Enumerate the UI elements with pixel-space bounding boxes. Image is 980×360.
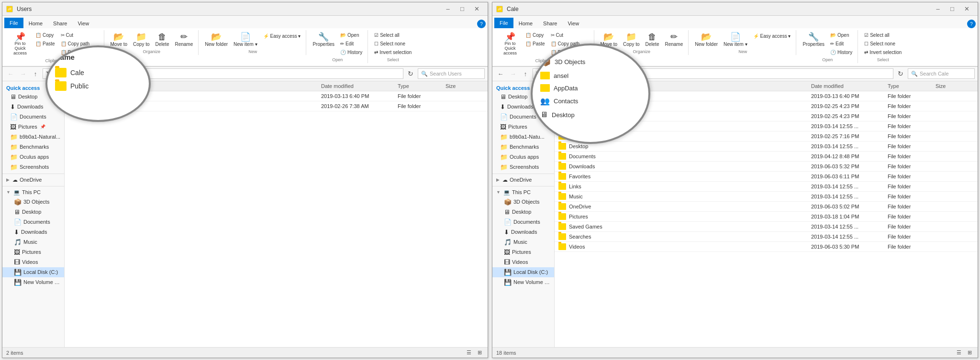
tab-view-left[interactable]: View: [72, 18, 94, 28]
sidebar-quick-access-left[interactable]: Quick access: [2, 83, 64, 92]
sidebar-screenshots-right[interactable]: 📁 Screenshots: [492, 162, 554, 172]
sidebar-newvol-right[interactable]: 💾 New Volume (D:): [492, 277, 554, 287]
help-button-right[interactable]: ?: [967, 20, 976, 28]
file-row-right-15[interactable]: Videos 2019-06-03 5:30 PM File folder: [555, 242, 978, 252]
history-button-right[interactable]: 🕐 History: [828, 48, 855, 56]
sidebar-docs2-left[interactable]: 📄 Documents: [2, 217, 64, 227]
maximize-button-left[interactable]: □: [455, 2, 469, 16]
rename-button-right[interactable]: ✏ Rename: [662, 31, 685, 48]
new-item-button-left[interactable]: 📄 New item ▾: [231, 31, 259, 48]
delete-button-right[interactable]: 🗑 Delete: [643, 31, 662, 48]
search-box-right[interactable]: 🔍 Search Cale: [908, 68, 975, 79]
pin-button-right[interactable]: 📌 Pin to Quick access: [498, 31, 522, 57]
sidebar-documents-right[interactable]: 📄 Documents: [492, 112, 554, 122]
tab-view-right[interactable]: View: [562, 18, 584, 28]
copy-path-button-right[interactable]: 📋 Copy path: [548, 40, 591, 48]
file-row-right-5[interactable]: Desktop 2019-03-14 12:55 ... File folder: [555, 142, 978, 152]
open-button-right[interactable]: 📂 Open: [828, 31, 855, 39]
open-button-left[interactable]: 📂 Open: [338, 31, 365, 39]
file-row-right-2[interactable]: ansel 2019-02-25 4:23 PM File folder: [555, 111, 978, 121]
tab-share-left[interactable]: Share: [48, 18, 72, 28]
select-all-button-left[interactable]: ☑ Select all: [372, 31, 414, 39]
tab-file-right[interactable]: File: [494, 18, 513, 28]
sidebar-this-pc-left[interactable]: ▼ 💻 This PC: [2, 188, 64, 197]
delete-button-left[interactable]: 🗑 Delete: [153, 31, 172, 48]
history-button-left[interactable]: 🕐 History: [338, 48, 365, 56]
sidebar-dl2-left[interactable]: ⬇ Downloads: [2, 227, 64, 237]
sidebar-videos-left[interactable]: 🎞 Videos: [2, 257, 64, 267]
file-row-right-11[interactable]: OneDrive 2019-06-03 5:02 PM File folder: [555, 202, 978, 212]
sidebar-3dobjects-right[interactable]: 📦 3D Objects: [492, 197, 554, 207]
sidebar-this-pc-right[interactable]: ▼ 💻 This PC: [492, 188, 554, 197]
new-folder-button-left[interactable]: 📂 New folder: [202, 31, 230, 48]
file-row-right-12[interactable]: Pictures 2019-03-18 1:04 PM File folder: [555, 212, 978, 222]
col-size-left[interactable]: Size: [445, 83, 484, 89]
paste-shortcut-button-right[interactable]: 📋 Paste shortcut: [548, 48, 591, 56]
sidebar-downloads-left[interactable]: ⬇ Downloads: [2, 102, 64, 112]
paste-button-left[interactable]: 📋 Paste: [33, 40, 57, 48]
col-modified-left[interactable]: Date modified: [321, 83, 398, 89]
address-path-right[interactable]: This PC › Local Disk (C:) › Users › Cale: [533, 68, 893, 79]
col-name-right[interactable]: Name: [558, 83, 811, 89]
properties-button-left[interactable]: 🔧 Properties: [310, 31, 337, 48]
sidebar-onedrive-left[interactable]: ▶ ☁ OneDrive: [2, 175, 64, 185]
sidebar-b9b0a1-left[interactable]: 📁 b9b0a1-Natural...: [2, 132, 64, 142]
easy-access-button-right[interactable]: ⚡ Easy access ▾: [751, 32, 793, 40]
file-row-right-6[interactable]: Documents 2019-04-12 8:48 PM File folder: [555, 152, 978, 162]
sidebar-newvol-left[interactable]: 💾 New Volume (D:): [2, 277, 64, 287]
search-box-left[interactable]: 🔍 Search Users: [418, 68, 485, 79]
up-button-left[interactable]: ↑: [30, 68, 41, 79]
move-to-button-left[interactable]: 📂 Move to: [108, 31, 130, 48]
list-view-button-left[interactable]: ☰: [465, 349, 473, 357]
pin-button-left[interactable]: 📌 Pin to Quick access: [8, 31, 32, 57]
refresh-button-left[interactable]: ↻: [405, 68, 416, 79]
file-row-public[interactable]: Public 2019-02-26 7:38 AM File folder: [65, 101, 488, 111]
close-button-right[interactable]: ✕: [959, 2, 974, 16]
tab-share-right[interactable]: Share: [538, 18, 562, 28]
copy-to-button-right[interactable]: 📁 Copy to: [621, 31, 642, 48]
sidebar-desktop-right[interactable]: 🖥 Desktop: [492, 92, 554, 102]
invert-button-left[interactable]: ⇄ Invert selection: [372, 48, 414, 56]
file-row-right-4[interactable]: Contacts 2019-02-25 7:16 PM File folder: [555, 131, 978, 142]
edit-button-left[interactable]: ✏ Edit: [338, 40, 365, 48]
sidebar-oculus-right[interactable]: 📁 Oculus apps: [492, 152, 554, 162]
sidebar-localdisk-left[interactable]: 💾 Local Disk (C:): [2, 267, 64, 277]
back-button-right[interactable]: ←: [495, 68, 506, 79]
sidebar-onedrive-right[interactable]: ▶ ☁ OneDrive: [492, 175, 554, 185]
grid-view-button-left[interactable]: ⊞: [475, 349, 484, 357]
file-row-right-0[interactable]: .oracle_jre_usage 2019-03-13 6:40 PM Fil…: [555, 91, 978, 101]
sidebar-desktop-left[interactable]: 🖥 Desktop: [2, 92, 64, 102]
paste-shortcut-button-left[interactable]: 📋 Paste shortcut: [58, 48, 101, 56]
sidebar-benchmarks-left[interactable]: 📁 Benchmarks: [2, 142, 64, 152]
sidebar-pics2-right[interactable]: 🖼 Pictures: [492, 247, 554, 257]
properties-button-right[interactable]: 🔧 Properties: [800, 31, 827, 48]
select-none-button-right[interactable]: ☐ Select none: [862, 40, 904, 48]
sidebar-docs2-right[interactable]: 📄 Documents: [492, 217, 554, 227]
file-row-right-13[interactable]: Saved Games 2019-03-14 12:55 ... File fo…: [555, 222, 978, 232]
col-modified-right[interactable]: Date modified: [811, 83, 888, 89]
minimize-button-right[interactable]: –: [931, 2, 945, 16]
cut-button-left[interactable]: ✂ Cut: [58, 31, 101, 39]
tab-file-left[interactable]: File: [4, 18, 23, 28]
tab-home-right[interactable]: Home: [513, 18, 538, 28]
col-type-left[interactable]: Type: [398, 83, 445, 89]
copy-button-right[interactable]: 📋 Copy: [523, 31, 547, 39]
sidebar-quick-access-right[interactable]: Quick access: [492, 83, 554, 92]
sidebar-oculus-left[interactable]: 📁 Oculus apps: [2, 152, 64, 162]
sidebar-videos-right[interactable]: 🎞 Videos: [492, 257, 554, 267]
maximize-button-right[interactable]: □: [945, 2, 959, 16]
tab-home-left[interactable]: Home: [23, 18, 48, 28]
sidebar-screenshots-left[interactable]: 📁 Screenshots: [2, 162, 64, 172]
sidebar-documents-left[interactable]: 📄 Documents: [2, 112, 64, 122]
move-to-button-right[interactable]: 📂 Move to: [598, 31, 620, 48]
file-row-right-10[interactable]: Music 2019-03-14 12:55 ... File folder: [555, 192, 978, 202]
file-row-cale[interactable]: Cale 2019-03-13 6:40 PM File folder: [65, 91, 488, 101]
rename-button-left[interactable]: ✏ Rename: [172, 31, 195, 48]
sidebar-pictures-left[interactable]: 🖼 Pictures 📌: [2, 122, 64, 132]
forward-button-left[interactable]: →: [18, 68, 28, 79]
cut-button-right[interactable]: ✂ Cut: [548, 31, 591, 39]
forward-button-right[interactable]: →: [508, 68, 518, 79]
file-row-right-14[interactable]: Searches 2019-03-14 12:55 ... File folde…: [555, 232, 978, 242]
easy-access-button-left[interactable]: ⚡ Easy access ▾: [261, 32, 303, 40]
col-size-right[interactable]: Size: [935, 83, 974, 89]
